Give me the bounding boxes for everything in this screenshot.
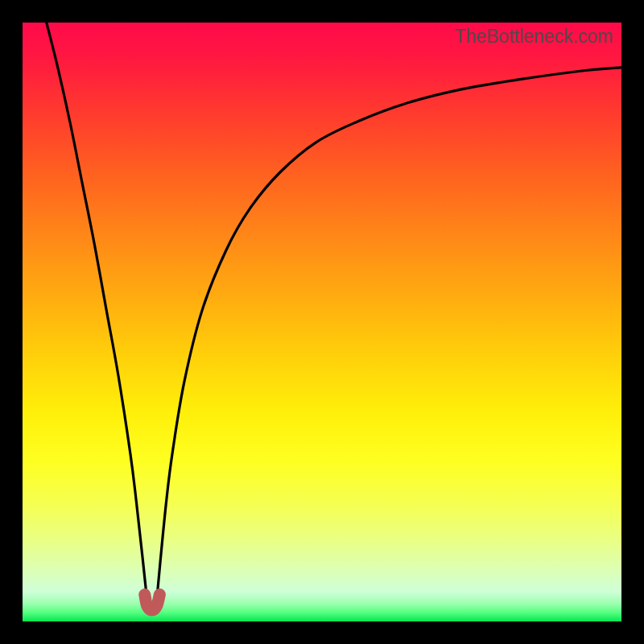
curve-right-branch (157, 68, 621, 601)
watermark-text: TheBottleneck.com (455, 26, 613, 47)
curve-left-branch (47, 23, 147, 601)
plot-area: TheBottleneck.com (23, 23, 621, 621)
bottleneck-curve (47, 23, 621, 601)
curve-layer (23, 23, 621, 621)
valley-marker-stroke (145, 595, 160, 610)
valley-marker (145, 595, 160, 610)
outer-frame: TheBottleneck.com (0, 0, 644, 644)
